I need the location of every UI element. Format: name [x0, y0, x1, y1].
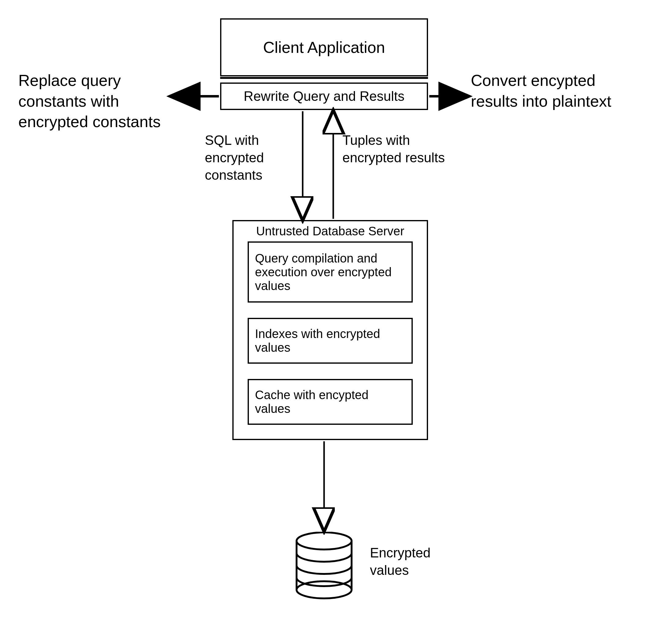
indexes-label: Indexes with encrypted values: [255, 327, 405, 354]
divider-line: [220, 77, 428, 79]
rewrite-query-label: Rewrite Query and Results: [244, 89, 405, 104]
client-application-title: Client Application: [263, 38, 385, 57]
tuples-flow-label: Tuples with encrypted results: [343, 131, 459, 166]
sql-flow-label: SQL with encrypted constants: [205, 131, 303, 184]
query-execution-box: Query compilation and execution over enc…: [248, 241, 413, 303]
storage-label: Encrypted values: [370, 544, 461, 579]
cache-label: Cache with encypted values: [255, 388, 405, 416]
svg-point-0: [297, 532, 351, 549]
database-cylinder-icon: [293, 532, 355, 602]
cache-box: Cache with encypted values: [248, 379, 413, 425]
query-execution-label: Query compilation and execution over enc…: [255, 252, 405, 293]
right-annotation: Convert encypted results into plaintext: [471, 70, 642, 111]
indexes-box: Indexes with encrypted values: [248, 318, 413, 364]
left-annotation: Replace query constants with encrypted c…: [19, 70, 190, 132]
rewrite-query-box: Rewrite Query and Results: [220, 83, 428, 110]
client-application-box: Client Application: [220, 18, 428, 76]
db-server-title: Untrusted Database Server: [239, 223, 422, 239]
